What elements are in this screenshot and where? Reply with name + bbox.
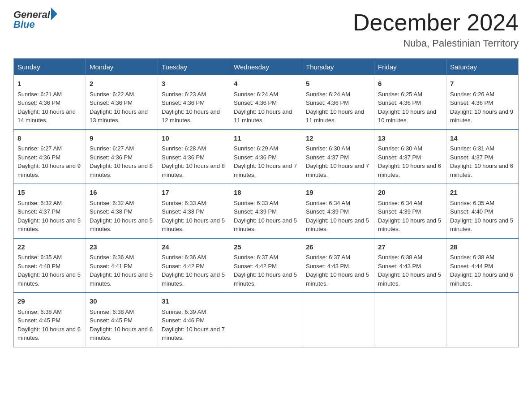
day-number: 1: [17, 79, 82, 89]
day-number: 13: [378, 133, 442, 144]
calendar-cell: 11Sunrise: 6:29 AMSunset: 4:36 PMDayligh…: [230, 129, 302, 184]
week-row-2: 8Sunrise: 6:27 AMSunset: 4:36 PMDaylight…: [14, 129, 519, 184]
week-row-5: 29Sunrise: 6:38 AMSunset: 4:45 PMDayligh…: [14, 293, 519, 347]
day-number: 6: [378, 79, 442, 89]
weekday-header-thursday: Thursday: [302, 59, 374, 76]
calendar-cell: 27Sunrise: 6:38 AMSunset: 4:43 PMDayligh…: [374, 238, 446, 293]
month-title: December 2024: [353, 9, 519, 36]
location-title: Nuba, Palestinian Territory: [353, 38, 519, 49]
calendar-cell: 2Sunrise: 6:22 AMSunset: 4:36 PMDaylight…: [86, 75, 158, 129]
logo-arrow-icon: [51, 8, 57, 20]
day-number: 26: [306, 242, 370, 253]
day-number: 24: [162, 242, 226, 253]
day-number: 28: [450, 242, 515, 253]
day-number: 27: [378, 242, 442, 253]
day-number: 30: [90, 296, 154, 307]
calendar-cell: 25Sunrise: 6:37 AMSunset: 4:42 PMDayligh…: [230, 238, 302, 293]
day-number: 12: [306, 133, 370, 144]
week-row-1: 1Sunrise: 6:21 AMSunset: 4:36 PMDaylight…: [14, 75, 519, 129]
day-number: 19: [306, 188, 370, 198]
day-number: 18: [234, 188, 298, 198]
weekday-header-row: SundayMondayTuesdayWednesdayThursdayFrid…: [14, 59, 519, 76]
day-number: 8: [17, 133, 82, 144]
calendar-cell: 5Sunrise: 6:24 AMSunset: 4:36 PMDaylight…: [302, 75, 374, 129]
weekday-header-sunday: Sunday: [14, 59, 86, 76]
calendar-cell: 20Sunrise: 6:34 AMSunset: 4:39 PMDayligh…: [374, 184, 446, 239]
day-number: 31: [162, 296, 226, 307]
calendar-cell: 17Sunrise: 6:33 AMSunset: 4:38 PMDayligh…: [158, 184, 230, 239]
weekday-header-saturday: Saturday: [446, 59, 519, 76]
calendar-cell: [446, 293, 519, 347]
day-number: 14: [450, 133, 515, 144]
weekday-header-wednesday: Wednesday: [230, 59, 302, 76]
day-number: 23: [90, 242, 154, 253]
calendar-cell: 24Sunrise: 6:36 AMSunset: 4:42 PMDayligh…: [158, 238, 230, 293]
calendar-cell: 28Sunrise: 6:38 AMSunset: 4:44 PMDayligh…: [446, 238, 519, 293]
calendar-cell: 31Sunrise: 6:39 AMSunset: 4:46 PMDayligh…: [158, 293, 230, 347]
calendar-cell: [230, 293, 302, 347]
day-number: 7: [450, 79, 515, 89]
weekday-header-monday: Monday: [86, 59, 158, 76]
calendar-cell: 18Sunrise: 6:33 AMSunset: 4:39 PMDayligh…: [230, 184, 302, 239]
day-number: 4: [234, 79, 298, 89]
calendar-cell: 29Sunrise: 6:38 AMSunset: 4:45 PMDayligh…: [14, 293, 86, 347]
calendar-cell: [302, 293, 374, 347]
day-number: 10: [162, 133, 226, 144]
calendar-cell: 21Sunrise: 6:35 AMSunset: 4:40 PMDayligh…: [446, 184, 519, 239]
weekday-header-friday: Friday: [374, 59, 446, 76]
day-number: 5: [306, 79, 370, 89]
calendar-cell: 3Sunrise: 6:23 AMSunset: 4:36 PMDaylight…: [158, 75, 230, 129]
calendar-cell: 9Sunrise: 6:27 AMSunset: 4:36 PMDaylight…: [86, 129, 158, 184]
calendar-cell: 14Sunrise: 6:31 AMSunset: 4:37 PMDayligh…: [446, 129, 519, 184]
day-number: 16: [90, 188, 154, 198]
day-number: 11: [234, 133, 298, 144]
calendar-cell: 26Sunrise: 6:37 AMSunset: 4:43 PMDayligh…: [302, 238, 374, 293]
calendar-cell: 4Sunrise: 6:24 AMSunset: 4:36 PMDaylight…: [230, 75, 302, 129]
calendar-cell: [374, 293, 446, 347]
day-number: 25: [234, 242, 298, 253]
day-number: 21: [450, 188, 515, 198]
calendar-table: SundayMondayTuesdayWednesdayThursdayFrid…: [13, 58, 519, 347]
calendar-cell: 23Sunrise: 6:36 AMSunset: 4:41 PMDayligh…: [86, 238, 158, 293]
logo-blue-text: Blue: [13, 19, 35, 30]
calendar-cell: 10Sunrise: 6:28 AMSunset: 4:36 PMDayligh…: [158, 129, 230, 184]
day-number: 3: [162, 79, 226, 89]
calendar-cell: 7Sunrise: 6:26 AMSunset: 4:36 PMDaylight…: [446, 75, 519, 129]
day-number: 29: [17, 296, 82, 307]
day-number: 17: [162, 188, 226, 198]
day-number: 2: [90, 79, 154, 89]
calendar-cell: 22Sunrise: 6:35 AMSunset: 4:40 PMDayligh…: [14, 238, 86, 293]
logo: General Blue: [13, 9, 57, 30]
calendar-cell: 30Sunrise: 6:38 AMSunset: 4:45 PMDayligh…: [86, 293, 158, 347]
week-row-3: 15Sunrise: 6:32 AMSunset: 4:37 PMDayligh…: [14, 184, 519, 239]
day-number: 22: [17, 242, 82, 253]
page-header: General Blue December 2024 Nuba, Palesti…: [13, 9, 519, 49]
week-row-4: 22Sunrise: 6:35 AMSunset: 4:40 PMDayligh…: [14, 238, 519, 293]
calendar-cell: 12Sunrise: 6:30 AMSunset: 4:37 PMDayligh…: [302, 129, 374, 184]
day-number: 15: [17, 188, 82, 198]
calendar-cell: 8Sunrise: 6:27 AMSunset: 4:36 PMDaylight…: [14, 129, 86, 184]
calendar-cell: 6Sunrise: 6:25 AMSunset: 4:36 PMDaylight…: [374, 75, 446, 129]
calendar-cell: 19Sunrise: 6:34 AMSunset: 4:39 PMDayligh…: [302, 184, 374, 239]
calendar-cell: 15Sunrise: 6:32 AMSunset: 4:37 PMDayligh…: [14, 184, 86, 239]
calendar-cell: 1Sunrise: 6:21 AMSunset: 4:36 PMDaylight…: [14, 75, 86, 129]
day-number: 20: [378, 188, 442, 198]
calendar-cell: 16Sunrise: 6:32 AMSunset: 4:38 PMDayligh…: [86, 184, 158, 239]
calendar-cell: 13Sunrise: 6:30 AMSunset: 4:37 PMDayligh…: [374, 129, 446, 184]
title-block: December 2024 Nuba, Palestinian Territor…: [353, 9, 519, 49]
weekday-header-tuesday: Tuesday: [158, 59, 230, 76]
day-number: 9: [90, 133, 154, 144]
